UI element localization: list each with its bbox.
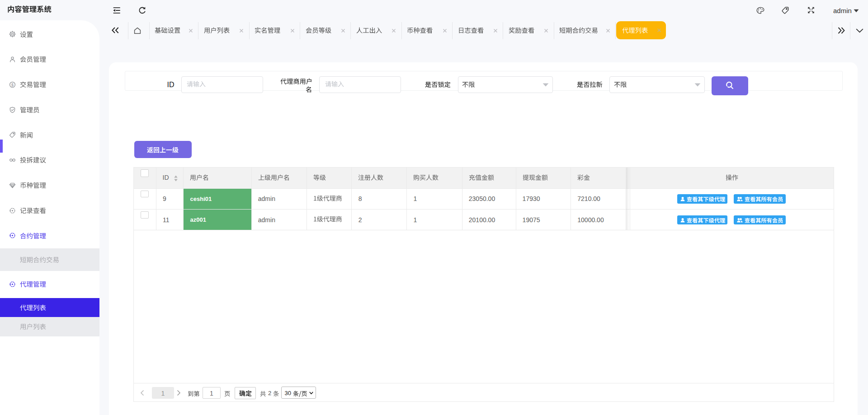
svg-text:$: $ [11, 82, 14, 87]
